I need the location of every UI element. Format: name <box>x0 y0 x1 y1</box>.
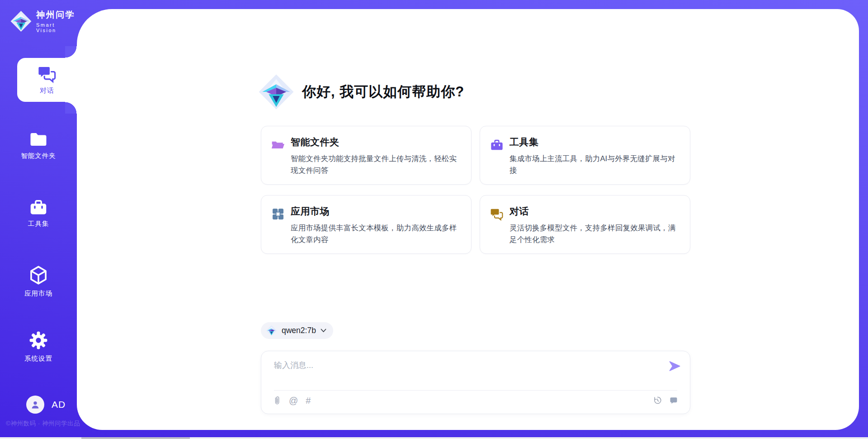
user-icon <box>30 399 41 410</box>
send-button[interactable] <box>668 360 681 372</box>
topic-button[interactable]: # <box>306 396 311 406</box>
cube-icon <box>29 265 48 285</box>
sidebar-item-settings[interactable]: 系统设置 <box>0 330 77 363</box>
user-initials: AD <box>52 399 66 410</box>
topic-icon: # <box>306 396 311 406</box>
card-description: 集成市场上主流工具，助力AI与外界无缝扩展与对接 <box>509 153 679 176</box>
app-grid-icon <box>271 207 285 221</box>
history-icon <box>653 396 662 405</box>
sidebar-item-label: 应用市场 <box>24 289 52 298</box>
toolbox-icon <box>490 138 504 152</box>
diamond-logo-icon <box>266 325 277 336</box>
card-title: 对话 <box>509 205 679 218</box>
user-profile[interactable]: AD <box>26 396 66 414</box>
sidebar-item-label: 工具集 <box>28 220 49 228</box>
chat-icon <box>37 65 57 83</box>
card-description: 灵活切换多模型文件，支持多样回复效果调试，满足个性化需求 <box>509 222 679 245</box>
feature-card-smart-folder[interactable]: 智能文件夹 智能文件夹功能支持批量文件上传与清洗，轻松实现文件问答 <box>261 126 472 185</box>
card-description: 应用市场提供丰富长文本模板，助力高效生成多样化文章内容 <box>291 222 460 245</box>
message-input[interactable] <box>274 360 663 385</box>
send-icon <box>668 360 681 372</box>
feature-card-toolset[interactable]: 工具集 集成市场上主流工具，助力AI与外界无缝扩展与对接 <box>480 126 690 185</box>
composer-divider <box>274 390 677 391</box>
composer: @ # <box>261 351 690 414</box>
sidebar: 神州问学 Smart Vision 对话 智能文件夹 <box>0 0 77 439</box>
chevron-down-icon <box>321 329 326 333</box>
feature-cards: 智能文件夹 智能文件夹功能支持批量文件上传与清洗，轻松实现文件问答 工具集 集成… <box>261 126 690 254</box>
main-panel: 你好, 我可以如何帮助你? 智能文件夹 智能文件夹功能支持批量文件上传与清洗，轻… <box>77 9 859 430</box>
greeting-text: 你好, 我可以如何帮助你? <box>302 82 464 101</box>
paperclip-icon <box>274 396 281 406</box>
folder-open-icon <box>271 138 285 152</box>
history-button[interactable] <box>653 396 662 405</box>
brand-name: 神州问学 <box>36 9 77 21</box>
mention-button[interactable]: @ <box>289 396 298 406</box>
assistant-logo-icon <box>258 73 295 110</box>
app-root: 你好, 我可以如何帮助你? 智能文件夹 智能文件夹功能支持批量文件上传与清洗，轻… <box>0 0 868 439</box>
composer-tools-right <box>653 396 678 405</box>
mention-icon: @ <box>289 396 298 406</box>
sidebar-item-app-market[interactable]: 应用市场 <box>0 265 77 298</box>
feature-card-app-market[interactable]: 应用市场 应用市场提供丰富长文本模板，助力高效生成多样化文章内容 <box>261 195 472 254</box>
footer-copyright: ©神州数码 · 神州问学出品 <box>6 420 80 428</box>
horizontal-scrollbar-thumb[interactable] <box>81 437 190 439</box>
model-selector[interactable]: qwen2:7b <box>261 322 333 339</box>
sidebar-item-label: 对话 <box>40 86 54 95</box>
feedback-button[interactable] <box>669 396 678 405</box>
gear-icon <box>28 330 48 350</box>
sidebar-item-toolset[interactable]: 工具集 <box>0 198 77 228</box>
feature-card-chat[interactable]: 对话 灵活切换多模型文件，支持多样回复效果调试，满足个性化需求 <box>480 195 690 254</box>
tab-corner-top <box>65 46 77 58</box>
attach-button[interactable] <box>274 396 281 406</box>
tab-corner-bottom <box>65 102 77 114</box>
folder-icon <box>29 131 48 148</box>
horizontal-scrollbar <box>0 437 868 439</box>
chat-bubble-icon <box>669 396 678 405</box>
card-title: 应用市场 <box>291 205 460 218</box>
card-title: 工具集 <box>509 136 679 148</box>
model-name: qwen2:7b <box>282 326 316 335</box>
sidebar-item-smart-folder[interactable]: 智能文件夹 <box>0 131 77 160</box>
chat-icon <box>490 207 504 221</box>
brand-logo-icon <box>10 10 32 33</box>
brand-text: 神州问学 Smart Vision <box>36 9 77 33</box>
toolbox-icon <box>29 198 48 215</box>
sidebar-item-label: 系统设置 <box>24 354 52 363</box>
brand-subtitle: Smart Vision <box>36 22 77 33</box>
composer-tools-left: @ # <box>274 396 311 406</box>
card-title: 智能文件夹 <box>291 136 460 148</box>
card-description: 智能文件夹功能支持批量文件上传与清洗，轻松实现文件问答 <box>291 153 460 176</box>
greeting: 你好, 我可以如何帮助你? <box>258 73 464 110</box>
sidebar-item-label: 智能文件夹 <box>21 152 56 160</box>
avatar <box>26 396 44 414</box>
sidebar-item-chat[interactable]: 对话 <box>17 58 77 102</box>
brand-logo: 神州问学 Smart Vision <box>10 9 77 33</box>
